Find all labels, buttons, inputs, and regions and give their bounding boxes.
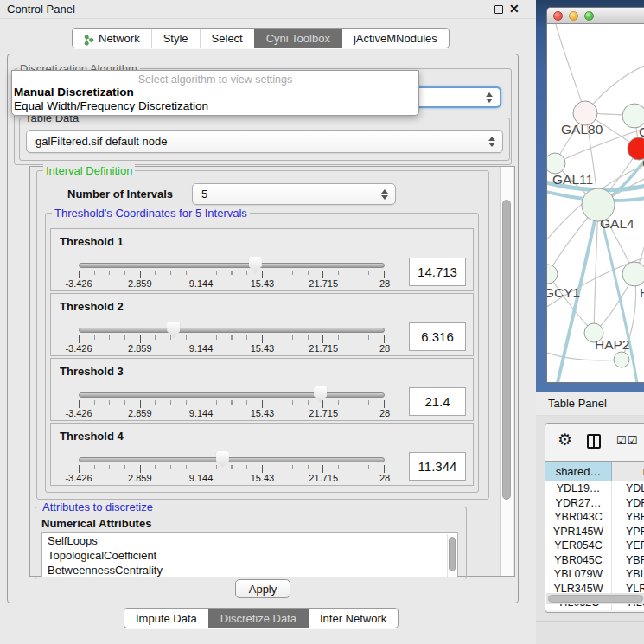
network-graph: GAL80GACGAL11GAL4GCY1HHAP2 (547, 24, 644, 383)
threshold-3-label: Threshold 3 (60, 365, 124, 378)
table-row[interactable]: YPR145WYPR1 (545, 525, 644, 539)
network-node-label: GAL80 (561, 122, 603, 137)
table-header-row: shared… na (545, 461, 644, 481)
number-of-intervals-combobox[interactable]: 5 (192, 183, 396, 205)
threshold-2-label: Threshold 2 (60, 300, 124, 313)
tab-jactivemnodules[interactable]: jActiveMNodules (341, 29, 449, 48)
attributes-group-label: Attributes to discretize (40, 501, 156, 513)
network-node-label: GAL4 (600, 216, 634, 231)
table-data-combobox[interactable]: galFiltered.sif default node (26, 130, 503, 153)
tab-infer-network[interactable]: Infer Network (308, 609, 398, 628)
threshold-3-slider-track[interactable] (79, 392, 385, 398)
threshold-3-box: Threshold 3 -3.4262.8599.14415.4321.7152… (50, 358, 474, 421)
divider (536, 621, 644, 622)
tab-cyni-toolbox[interactable]: Cyni Toolbox (254, 29, 341, 48)
interval-definition-label: Interval Definition (43, 164, 135, 177)
close-icon[interactable]: ✕ (509, 2, 520, 16)
node-table-container: ⚙ ☑☑ shared… na YDL19…YDL1 YDR27…YDR2 YB… (545, 423, 644, 613)
network-node-label: GA (639, 124, 644, 139)
scrollbar-thumb[interactable] (548, 595, 643, 603)
network-node[interactable] (547, 265, 558, 284)
bottom-tab-bar: Impute Data Discretize Data Infer Networ… (124, 608, 399, 628)
algorithm-combobox[interactable] (406, 86, 501, 108)
option-manual-discretization[interactable]: Manual Discretization (12, 86, 418, 99)
slider-ticks (79, 465, 386, 473)
horizontal-scrollbar[interactable] (546, 593, 644, 604)
combo-stepper-icon (486, 92, 493, 103)
network-node[interactable] (622, 262, 644, 286)
slider-tick-labels: -3.4262.8599.14415.4321.71528 (79, 473, 385, 484)
table-row[interactable]: YBL079WYBL0 (545, 567, 644, 582)
top-tab-bar: Network Style Select Cyni Toolbox jActiv… (72, 28, 450, 48)
close-traffic-light-icon[interactable] (553, 11, 563, 21)
numerical-attributes-list: SelfLoops TopologicalCoefficient Between… (41, 532, 458, 577)
network-icon (84, 35, 94, 46)
tab-network[interactable]: Network (73, 29, 151, 48)
slider-ticks (79, 271, 386, 278)
minimize-traffic-light-icon[interactable] (569, 11, 578, 21)
gear-icon[interactable]: ⚙ (558, 431, 572, 448)
threshold-1-slider-track[interactable] (79, 263, 385, 268)
slider-tick-labels: -3.4262.8599.14415.4321.71528 (79, 408, 385, 419)
table-panel-area: ⚙ ☑☑ shared… na YDL19…YDL1 YDR27…YDR2 YB… (536, 416, 644, 644)
list-item[interactable]: BetweennessCentrality (42, 563, 457, 577)
threshold-2-box: Threshold 2 -3.4262.8599.14415.4321.7152… (50, 293, 474, 356)
threshold-1-box: Threshold 1 -3.4262.8599.14415.4321.7152… (50, 228, 474, 291)
table-row[interactable]: YBR045CYBR0 (545, 553, 644, 568)
select-checkboxes-icon[interactable]: ☑☑ (616, 434, 638, 447)
apply-button[interactable]: Apply (235, 579, 290, 598)
threshold-4-box: Threshold 4 -3.4262.8599.14415.4321.7152… (50, 423, 474, 486)
network-window-titlebar (547, 8, 644, 24)
table-row[interactable]: YBR043CYBR0 (545, 510, 644, 525)
threshold-4-slider-track[interactable] (79, 457, 385, 462)
panel-title: Control Panel (7, 3, 75, 16)
column-header-shared-name[interactable]: shared… (545, 462, 612, 481)
node-table: shared… na YDL19…YDL1 YDR27…YDR2 YBR043C… (545, 461, 644, 610)
threshold-3-value-field[interactable]: 21.4 (409, 387, 466, 416)
slider-tick-labels: -3.4262.8599.14415.4321.71528 (79, 278, 385, 290)
column-header-name[interactable]: na (612, 462, 644, 481)
table-row[interactable]: YER054CYER0 (545, 539, 644, 553)
numerical-attributes-header: Numerical Attributes (41, 517, 151, 530)
algorithm-dropdown-popup: Select algorithm to view settings Manual… (11, 70, 419, 116)
table-row[interactable]: YDR27…YDR2 (545, 496, 644, 511)
list-item[interactable]: TopologicalCoefficient (42, 548, 457, 563)
table-data-value: galFiltered.sif default node (35, 135, 167, 148)
network-node-label: GCY1 (547, 285, 580, 300)
combo-stepper-icon (381, 189, 388, 200)
threshold-2-slider-track[interactable] (79, 328, 385, 333)
vertical-scrollbar[interactable] (500, 167, 513, 576)
tab-select[interactable]: Select (200, 29, 254, 48)
float-window-icon[interactable] (494, 5, 503, 14)
scrollbar-thumb[interactable] (502, 200, 511, 500)
threshold-1-label: Threshold 1 (60, 235, 124, 248)
slider-tick-labels: -3.4262.8599.14415.4321.71528 (79, 343, 385, 354)
threshold-1-value-field[interactable]: 14.713 (409, 258, 466, 286)
threshold-4-value-field[interactable]: 11.344 (409, 452, 466, 481)
thresholds-group-label: Threshold's Coordinates for 5 Intervals (52, 207, 250, 220)
zoom-traffic-light-icon[interactable] (584, 11, 594, 21)
network-node-label: GAL11 (552, 172, 593, 187)
slider-ticks (79, 335, 386, 343)
threshold-2-value-field[interactable]: 6.316 (409, 322, 466, 351)
number-of-intervals-value: 5 (201, 188, 207, 201)
scrollbar-thumb[interactable] (449, 537, 456, 571)
tab-impute-data[interactable]: Impute Data (124, 609, 208, 628)
tab-style[interactable]: Style (151, 29, 200, 48)
network-node-label: HAP2 (595, 337, 630, 352)
table-panel-title: Table Panel (548, 397, 607, 410)
network-node[interactable] (547, 153, 565, 174)
list-scrollbar[interactable] (447, 534, 456, 577)
list-item[interactable]: SelfLoops (42, 533, 457, 548)
algorithm-hint: Select algorithm to view settings (12, 71, 418, 86)
split-columns-icon[interactable] (587, 434, 601, 449)
threshold-4-label: Threshold 4 (60, 430, 124, 443)
table-row[interactable]: YDL19…YDL1 (545, 481, 644, 496)
network-view-window[interactable]: GAL80GACGAL11GAL4GCY1HHAP2 (546, 7, 644, 383)
option-equal-width-frequency[interactable]: Equal Width/Frequency Discretization (12, 99, 418, 113)
network-node[interactable] (614, 352, 629, 367)
tab-network-label: Network (99, 32, 140, 45)
combo-stepper-icon (488, 137, 495, 147)
tab-discretize-data[interactable]: Discretize Data (208, 609, 308, 628)
network-canvas[interactable]: GAL80GACGAL11GAL4GCY1HHAP2 (547, 24, 644, 383)
